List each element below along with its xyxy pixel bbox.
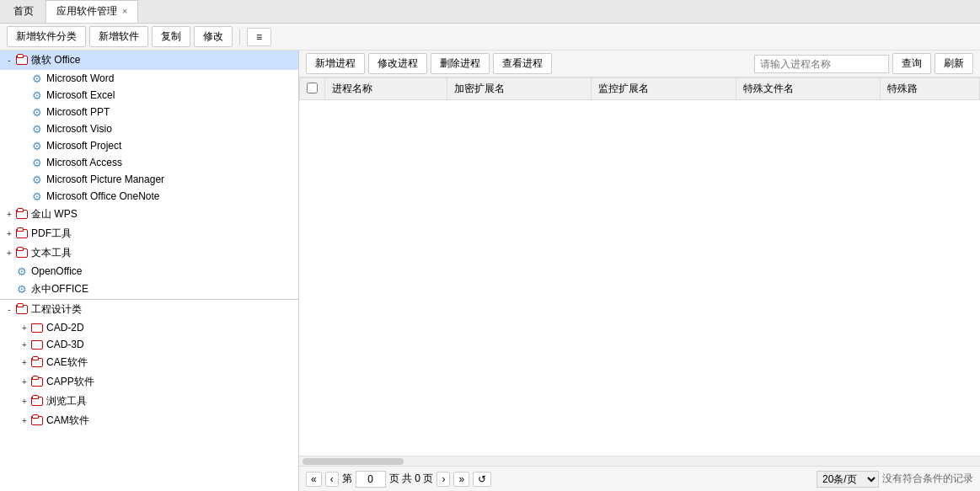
tree-label-cam: CAM软件 [46, 414, 89, 428]
tree-icon-cad3d [30, 339, 44, 350]
tree-icon-browser [30, 396, 44, 408]
tree-item-wps[interactable]: +金山 WPS [0, 205, 298, 224]
tree-toggle-browser[interactable]: + [19, 397, 30, 406]
tree-icon-cae [30, 357, 44, 369]
tree-icon-yongzhong: ⚙ [15, 284, 29, 296]
tree-item-browser[interactable]: +浏览工具 [0, 392, 298, 411]
tree-label-texttool: 文本工具 [31, 246, 72, 260]
tree-item-onenote[interactable]: ⚙Microsoft Office OneNote [0, 188, 298, 205]
tree-panel: -微软 Office⚙Microsoft Word⚙Microsoft Exce… [0, 51, 299, 491]
tree-item-ppt[interactable]: ⚙Microsoft PPT [0, 104, 298, 120]
pagination-bar: « ‹ 第 页 共 0 页 › » ↺ 20条/页 50条/页 100条/页 没… [299, 466, 980, 491]
tree-item-office[interactable]: -微软 Office [0, 51, 298, 70]
tree-icon-wps [15, 209, 29, 221]
tree-item-excel[interactable]: ⚙Microsoft Excel [0, 87, 298, 104]
tree-item-capp[interactable]: +CAPP软件 [0, 372, 298, 392]
tab-active-label: 应用软件管理 [56, 4, 117, 19]
tree-toggle-capp[interactable]: + [19, 377, 30, 387]
tree-item-engineering[interactable]: -工程设计类 [0, 300, 298, 319]
tree-toggle-texttool[interactable]: + [3, 248, 15, 258]
refresh-page-button[interactable]: ↺ [473, 472, 491, 487]
tree-item-cae[interactable]: +CAE软件 [0, 353, 298, 372]
tree-item-project[interactable]: ⚙Microsoft Project [0, 137, 298, 154]
page-input[interactable] [356, 471, 386, 488]
table-header-encrypt-ext: 加密扩展名 [447, 78, 591, 100]
search-input[interactable] [754, 55, 889, 73]
tree-toggle-cad2d[interactable]: + [19, 323, 30, 333]
select-all-checkbox[interactable] [307, 83, 318, 93]
last-page-button[interactable]: » [453, 472, 469, 487]
process-table: 进程名称 加密扩展名 监控扩展名 特殊文件名 特殊路 [299, 77, 980, 100]
menu-button[interactable]: ≡ [247, 28, 271, 46]
tab-home[interactable]: 首页 [3, 1, 44, 22]
modify-process-button[interactable]: 修改进程 [368, 53, 427, 74]
tree-item-cad3d[interactable]: +CAD-3D [0, 336, 298, 353]
tree-toggle-wps[interactable]: + [3, 210, 15, 219]
modify-button[interactable]: 修改 [194, 26, 233, 47]
tree-icon-openoffice: ⚙ [15, 265, 29, 277]
prev-page-button[interactable]: ‹ [325, 472, 339, 487]
tree-toggle-pdftool[interactable]: + [3, 229, 15, 238]
tree-icon-cad2d [30, 322, 44, 334]
tree-label-cad3d: CAD-3D [46, 339, 84, 350]
per-page-select[interactable]: 20条/页 50条/页 100条/页 [817, 471, 879, 488]
tree-toggle-cam[interactable]: + [19, 416, 30, 425]
tab-close-icon[interactable]: × [122, 7, 127, 16]
tree-item-cad2d[interactable]: +CAD-2D [0, 319, 298, 336]
tree-label-visio: Microsoft Visio [46, 123, 112, 135]
add-category-button[interactable]: 新增软件分类 [7, 26, 86, 47]
tree-label-cad2d: CAD-2D [46, 322, 84, 334]
tree-icon-cam [30, 415, 44, 427]
tree-label-wps: 金山 WPS [31, 207, 78, 221]
tab-bar: 首页 应用软件管理 × [0, 0, 980, 24]
table-header-monitor-ext: 监控扩展名 [592, 78, 736, 100]
tree-scroll[interactable]: -微软 Office⚙Microsoft Word⚙Microsoft Exce… [0, 51, 298, 491]
tree-item-picmgr[interactable]: ⚙Microsoft Picture Manager [0, 171, 298, 188]
page-label: 第 [342, 472, 352, 486]
tree-item-yongzhong[interactable]: ⚙永中OFFICE [0, 280, 298, 299]
tree-item-pdftool[interactable]: +PDF工具 [0, 224, 298, 243]
table-header-special-path: 特殊路 [880, 78, 979, 100]
tree-label-project: Microsoft Project [46, 140, 121, 152]
view-process-button[interactable]: 查看进程 [493, 53, 552, 74]
add-software-button[interactable]: 新增软件 [89, 26, 148, 47]
tree-toggle-cad3d[interactable]: + [19, 340, 30, 350]
table-header-row: 进程名称 加密扩展名 监控扩展名 特殊文件名 特殊路 [300, 78, 980, 100]
search-button[interactable]: 查询 [892, 53, 931, 74]
delete-process-button[interactable]: 删除进程 [431, 53, 490, 74]
tree-label-pdftool: PDF工具 [31, 227, 72, 241]
tree-item-visio[interactable]: ⚙Microsoft Visio [0, 120, 298, 137]
tree-toggle-engineering[interactable]: - [3, 305, 15, 314]
next-page-button[interactable]: › [436, 472, 450, 487]
tree-icon-office [15, 55, 29, 67]
tree-label-ppt: Microsoft PPT [46, 106, 110, 118]
tree-icon-onenote: ⚙ [30, 190, 44, 202]
tree-item-cam[interactable]: +CAM软件 [0, 411, 298, 430]
no-record-text: 没有符合条件的记录 [882, 472, 973, 486]
tab-active[interactable]: 应用软件管理 × [46, 0, 138, 23]
table-header-process-name: 进程名称 [325, 78, 447, 100]
tree-item-access[interactable]: ⚙Microsoft Access [0, 154, 298, 171]
table-header-checkbox[interactable] [300, 78, 325, 100]
tree-toggle-office[interactable]: - [3, 56, 15, 65]
table-header-special-file: 特殊文件名 [736, 78, 880, 100]
tree-label-openoffice: OpenOffice [31, 265, 82, 277]
tree-toggle-cae[interactable]: + [19, 358, 30, 367]
tree-item-openoffice[interactable]: ⚙OpenOffice [0, 263, 298, 280]
tree-icon-ppt: ⚙ [30, 106, 44, 118]
tree-item-texttool[interactable]: +文本工具 [0, 243, 298, 263]
tree-icon-pdftool [15, 228, 29, 240]
add-process-button[interactable]: 新增进程 [306, 53, 365, 74]
horizontal-scrollbar[interactable] [299, 456, 980, 466]
tree-icon-capp [30, 376, 44, 388]
tree-label-capp: CAPP软件 [46, 375, 94, 389]
refresh-button[interactable]: 刷新 [934, 53, 973, 74]
copy-button[interactable]: 复制 [152, 26, 190, 47]
first-page-button[interactable]: « [306, 472, 322, 487]
tree-label-office: 微软 Office [31, 53, 80, 67]
content-panel: 新增进程 修改进程 删除进程 查看进程 查询 刷新 进程名称 加密扩展名 [299, 51, 980, 491]
tree-item-word[interactable]: ⚙Microsoft Word [0, 70, 298, 87]
table-area[interactable]: 进程名称 加密扩展名 监控扩展名 特殊文件名 特殊路 [299, 77, 980, 456]
scrollbar-thumb [303, 458, 404, 465]
left-toolbar: 新增软件分类 新增软件 复制 修改 ≡ [0, 24, 980, 51]
